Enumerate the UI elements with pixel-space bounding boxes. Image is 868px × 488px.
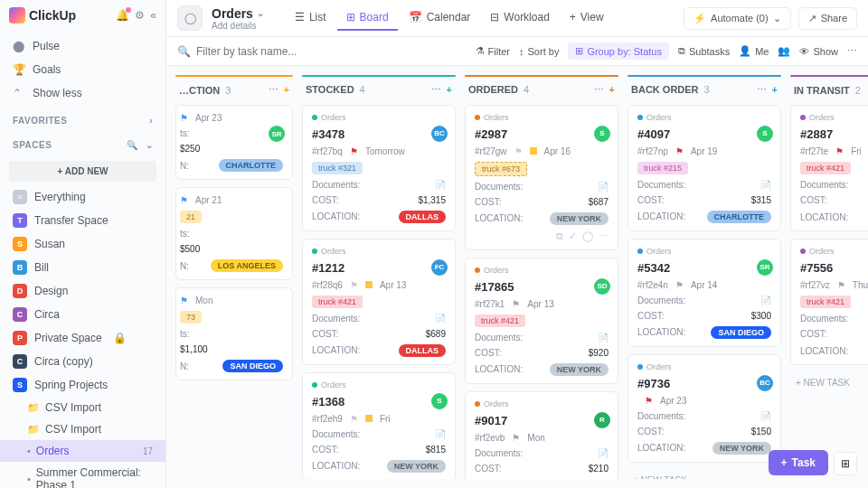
add-icon[interactable]: + [447, 84, 452, 96]
flag-icon[interactable]: ⚑ [514, 146, 523, 156]
assignee-avatar[interactable]: BC [757, 375, 773, 391]
folder-csv-import[interactable]: 📁 CSV Import [0, 397, 165, 418]
circle-icon[interactable]: ◯ [582, 230, 593, 242]
tag[interactable]: truck #421 [475, 314, 525, 327]
logo[interactable]: ClickUp [9, 7, 76, 23]
filter-button[interactable]: ⚗ Filter [476, 45, 510, 57]
subtask-icon[interactable]: ⧉ [556, 230, 563, 242]
subtasks-button[interactable]: ⧉ Subtasks [678, 45, 730, 57]
folder-orders[interactable]: • Orders 17 [0, 440, 165, 462]
sort-button[interactable]: ↕ Sort by [519, 46, 559, 57]
document-icon[interactable]: 📄 [760, 180, 771, 190]
apps-icon[interactable]: ⊞ [834, 452, 857, 475]
space-design[interactable]: D Design [0, 279, 165, 303]
task-card[interactable]: Orders FC #1212 #rf28q6 ⚑ Apr 13 truck #… [302, 239, 456, 365]
document-icon[interactable]: 📄 [435, 314, 446, 324]
assignee-avatar[interactable]: S [757, 126, 773, 142]
more-icon[interactable]: ⋯ [757, 84, 767, 96]
tag[interactable]: 21 [180, 211, 202, 223]
collapse-sidebar-icon[interactable]: « [150, 9, 156, 22]
more-icon[interactable]: ⋯ [431, 84, 441, 96]
space-bill[interactable]: B Bill [0, 256, 165, 279]
settings-icon[interactable]: ⚙ [135, 9, 145, 22]
task-card[interactable]: Orders #2887 #rf27te ⚑ Fri truck #421 Do… [790, 105, 868, 231]
assignee-avatar[interactable]: S [594, 126, 610, 142]
assignee-avatar[interactable]: SD [594, 278, 610, 295]
flag-icon[interactable]: ⚑ [645, 396, 653, 406]
flag-icon[interactable]: ⚑ [675, 280, 684, 290]
flag-icon[interactable]: ⚑ [675, 146, 684, 156]
show-button[interactable]: 👁 Show [799, 46, 838, 57]
new-task-button[interactable]: + NEW TASK [790, 372, 868, 393]
new-task-fab[interactable]: + Task [769, 450, 828, 475]
flag-icon[interactable]: ⚑ [350, 146, 358, 156]
assignee-avatar[interactable]: R [594, 412, 610, 428]
new-task-button[interactable]: + NEW TASK [627, 470, 781, 479]
more-icon[interactable]: ⋯ [269, 84, 278, 96]
spaces-header[interactable]: SPACES 🔍 ⌄ [0, 133, 165, 157]
page-title[interactable]: Orders ⌄ [212, 6, 264, 21]
view-calendar[interactable]: 📅 Calendar [400, 5, 480, 31]
document-icon[interactable]: 📄 [598, 333, 609, 343]
assignee-avatar[interactable]: S [431, 393, 448, 409]
document-icon[interactable]: 📄 [760, 296, 771, 305]
sidebar-less[interactable]: ⌃Show less [0, 81, 165, 105]
sidebar-goals[interactable]: 🏆Goals [0, 58, 165, 81]
add-icon[interactable]: + [772, 84, 778, 96]
view-list[interactable]: ☰ List [286, 5, 335, 31]
document-icon[interactable]: 📄 [598, 448, 609, 458]
task-card[interactable]: Orders BC #9736 ⚑ Apr 23 Documents:📄 COS… [627, 354, 781, 463]
document-icon[interactable]: 📄 [598, 182, 609, 192]
document-icon[interactable]: 📄 [435, 180, 446, 190]
task-card[interactable]: SR ⚑Apr 23 ts: $250 N:CHARLOTTE [175, 105, 293, 180]
space-transfer-space[interactable]: T Transfer Space [0, 209, 165, 232]
favorites-header[interactable]: FAVORITES › [0, 108, 165, 133]
document-icon[interactable]: 📄 [760, 411, 771, 421]
search-input[interactable] [196, 45, 377, 58]
check-icon[interactable]: ✓ [569, 230, 577, 242]
space-circa[interactable]: C Circa [0, 303, 165, 326]
search-icon[interactable]: 🔍 [177, 45, 191, 58]
assignee-avatar[interactable]: BC [431, 126, 448, 142]
flag-icon[interactable]: ⚑ [835, 146, 844, 156]
space-private-space[interactable]: P Private Space🔒 [0, 326, 165, 350]
me-button[interactable]: 👤 Me [739, 45, 769, 57]
priority-icon[interactable] [365, 281, 373, 288]
space-spring-projects[interactable]: S Spring Projects [0, 373, 165, 397]
tag[interactable]: truck #421 [800, 162, 851, 174]
tag[interactable]: truck #421 [312, 296, 363, 308]
add-icon[interactable]: + [609, 84, 615, 96]
assignee-avatar[interactable]: SR [757, 259, 773, 276]
sidebar-pulse[interactable]: ⬤Pulse [0, 34, 165, 58]
share-button[interactable]: ↗ Share [798, 7, 857, 30]
flag-icon[interactable]: ⚑ [350, 280, 358, 290]
view-board[interactable]: ⊞ Board [337, 5, 398, 31]
flag-icon[interactable]: ⚑ [837, 280, 845, 290]
page-icon[interactable]: ◯ [177, 5, 203, 31]
tag[interactable]: 73 [180, 311, 202, 324]
space-everything[interactable]: ≡ Everything [0, 185, 165, 209]
more-icon[interactable]: ⋯ [599, 230, 609, 242]
task-card[interactable]: Orders R #9017 #rf2evb ⚑ Mon Documents:📄… [465, 391, 618, 479]
task-card[interactable]: Orders SR #5342 #rf2e4n ⚑ Apr 14 Documen… [627, 239, 781, 347]
search-icon[interactable]: 🔍 [127, 140, 138, 150]
add-icon[interactable]: + [284, 84, 289, 96]
folder-csv-import[interactable]: 📁 CSV Import [0, 418, 165, 440]
add-new-space-button[interactable]: + ADD NEW [9, 161, 156, 182]
more-icon[interactable]: ⋯ [594, 84, 604, 96]
flag-icon[interactable]: ⚑ [512, 299, 520, 309]
view-workload[interactable]: ⊟ Workload [481, 5, 558, 31]
task-card[interactable]: Orders S #1368 #rf2eh9 ⚑ Fri Documents:📄… [302, 372, 456, 479]
task-card[interactable]: Orders S #4097 #rf27np ⚑ Apr 19 truck #2… [627, 105, 781, 231]
document-icon[interactable]: 📄 [435, 429, 446, 439]
space-susan[interactable]: S Susan [0, 232, 165, 256]
automate-button[interactable]: ⚡ Automate (0) ⌄ [684, 7, 791, 30]
task-card[interactable]: Orders BC #3478 #rf27bq ⚑ Tomorrow truck… [302, 105, 456, 231]
assignee-avatar[interactable]: FC [431, 259, 448, 276]
page-subtitle[interactable]: Add details [212, 21, 264, 31]
priority-icon[interactable] [365, 415, 373, 422]
assignees-button[interactable]: 👥 [778, 45, 790, 57]
priority-icon[interactable] [530, 147, 537, 155]
task-card[interactable]: Orders #7556 #rf27vz ⚑ Thu truck #421 Do… [790, 239, 868, 365]
task-card[interactable]: ⚑Apr 21 21 ts: $500 N:LOS ANGELES [175, 187, 293, 280]
